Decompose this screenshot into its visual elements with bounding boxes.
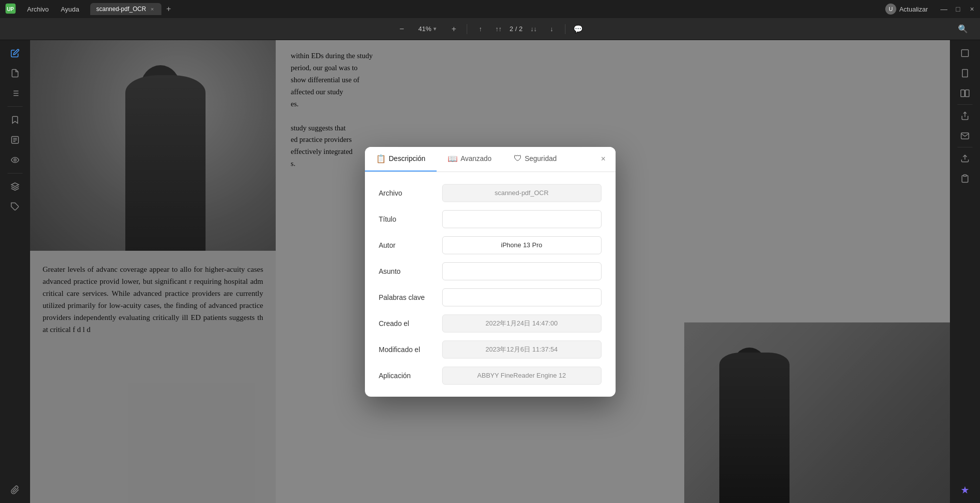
seguridad-tab-icon: 🛡 [514,154,522,163]
right-sidebar-share[interactable] [956,107,974,125]
search-toolbar-button[interactable]: 🔍 [956,22,970,36]
svg-rect-17 [961,90,965,97]
zoom-in-button[interactable]: + [447,22,461,36]
input-aplicacion [442,367,602,385]
right-sidebar-separator-2 [957,147,972,147]
tab-descripcion[interactable]: 📋 Descripción [365,147,437,172]
nav-up-button[interactable]: ↑ [473,22,487,36]
form-row-modificado: Modificado el [379,341,602,359]
svg-rect-18 [965,90,969,97]
input-archivo[interactable] [442,184,602,202]
title-bar: UP Archivo Ayuda scanned-pdf_OCR × + U A… [0,0,980,18]
sidebar-separator-1 [8,106,23,107]
input-autor[interactable] [442,236,602,254]
avanzado-tab-label: Avanzado [461,154,492,162]
left-sidebar [0,40,30,503]
document-properties-modal: 📋 Descripción 📖 Avanzado 🛡 Seguridad × A… [365,147,616,397]
sidebar-icon-pages[interactable] [6,64,24,82]
menu-ayuda[interactable]: Ayuda [56,4,84,15]
window-controls: — □ × [940,5,976,13]
page-display: 2 / 2 [509,25,522,33]
comment-button[interactable]: 💬 [571,22,585,36]
descripcion-tab-label: Descripción [389,154,426,162]
modal-overlay: 📋 Descripción 📖 Avanzado 🛡 Seguridad × A… [30,40,950,503]
tab-add-button[interactable]: + [162,4,175,15]
sidebar-separator-2 [8,173,23,174]
svg-text:UP: UP [7,7,14,12]
minimize-button[interactable]: — [940,5,948,13]
right-sidebar-clipboard[interactable] [956,170,974,188]
toolbar: − 41% ▼ + ↑ ↑↑ 2 / 2 ↓↓ ↓ 💬 🔍 [0,18,980,40]
right-sidebar-email[interactable] [956,127,974,145]
label-archivo: Archivo [379,189,434,197]
app-logo: UP [4,2,18,16]
label-modificado: Modificado el [379,346,434,354]
tab-scanned-pdf[interactable]: scanned-pdf_OCR × [90,3,161,15]
update-button[interactable]: U Actualizar [885,4,928,15]
form-row-archivo: Archivo [379,184,602,202]
label-autor: Autor [379,241,434,249]
modal-tabs: 📋 Descripción 📖 Avanzado 🛡 Seguridad × [365,147,616,172]
sidebar-icon-bookmarks[interactable] [6,111,24,129]
right-sidebar-fit-page[interactable] [956,44,974,62]
form-row-creado: Creado el [379,314,602,332]
sidebar-icon-history[interactable] [6,131,24,149]
svg-point-12 [14,159,17,161]
avanzado-tab-icon: 📖 [448,154,458,163]
form-row-aplicacion: Aplicación [379,367,602,385]
right-sidebar-export[interactable] [956,149,974,167]
input-creado [442,314,602,332]
seguridad-tab-label: Seguridad [525,154,557,162]
label-asunto: Asunto [379,267,434,275]
tab-seguridad[interactable]: 🛡 Seguridad [503,147,568,172]
sidebar-icon-review[interactable] [6,151,24,169]
label-aplicacion: Aplicación [379,372,434,380]
tab-avanzado[interactable]: 📖 Avanzado [437,147,503,172]
input-titulo[interactable] [442,210,602,228]
modal-body: Archivo Título Autor Asunto Palabras cla… [365,172,616,397]
form-row-titulo: Título [379,210,602,228]
menu-archivo[interactable]: Archivo [22,4,54,15]
svg-rect-16 [962,70,968,77]
title-bar-right: U Actualizar — □ × [885,4,976,15]
maximize-button[interactable]: □ [954,5,962,13]
sidebar-icon-layers[interactable] [6,178,24,196]
sidebar-icon-list[interactable] [6,84,24,102]
svg-rect-21 [963,175,966,177]
form-row-autor: Autor [379,236,602,254]
zoom-out-button[interactable]: − [395,22,409,36]
right-sidebar-two-page[interactable] [956,84,974,102]
form-row-palabras-clave: Palabras clave [379,288,602,306]
toolbar-separator-2 [565,24,565,34]
label-titulo: Título [379,215,434,223]
nav-last-button[interactable]: ↓↓ [527,22,541,36]
right-sidebar-ai[interactable] [956,481,974,499]
sidebar-icon-edit[interactable] [6,44,24,62]
right-sidebar [950,40,980,503]
sidebar-icon-attachments[interactable] [6,481,24,499]
tab-area: scanned-pdf_OCR × + [90,3,883,15]
input-modificado [442,341,602,359]
form-row-asunto: Asunto [379,262,602,280]
right-sidebar-single-page[interactable] [956,64,974,82]
label-creado: Creado el [379,319,434,327]
toolbar-separator-1 [467,24,467,34]
nav-down-button[interactable]: ↓ [545,22,559,36]
svg-rect-15 [961,50,968,57]
sidebar-icon-tags[interactable] [6,198,24,216]
tab-close-icon[interactable]: × [149,6,155,13]
right-sidebar-separator-1 [957,104,972,105]
close-button[interactable]: × [968,5,976,13]
svg-marker-13 [12,183,19,187]
label-palabras-clave: Palabras clave [379,293,434,301]
modal-close-button[interactable]: × [598,153,610,165]
zoom-level-display: 41% ▼ [413,25,443,33]
input-asunto[interactable] [442,262,602,280]
nav-first-button[interactable]: ↑↑ [491,22,505,36]
user-avatar: U [885,4,896,15]
descripcion-tab-icon: 📋 [376,154,386,163]
tab-label: scanned-pdf_OCR [96,6,146,13]
input-palabras-clave[interactable] [442,288,602,306]
